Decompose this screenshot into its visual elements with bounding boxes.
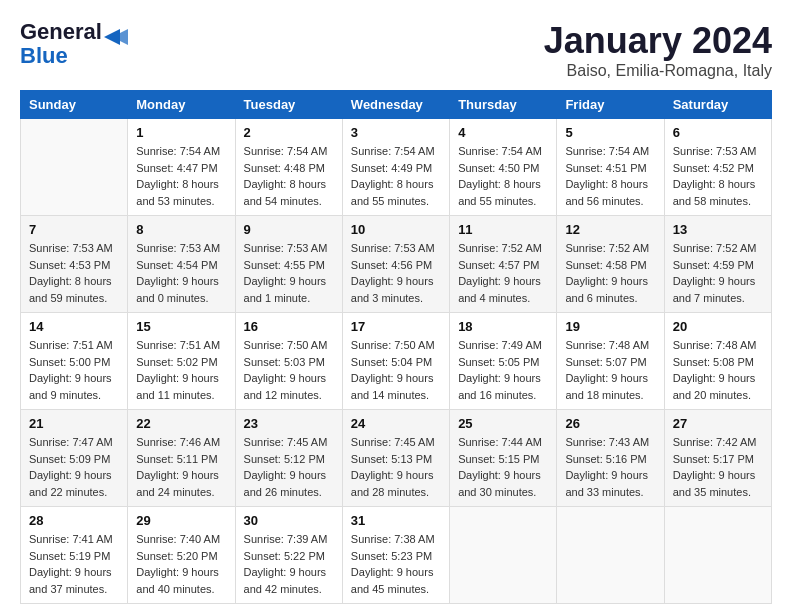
day-cell: 2Sunrise: 7:54 AMSunset: 4:48 PMDaylight… bbox=[235, 119, 342, 216]
location-title: Baiso, Emilia-Romagna, Italy bbox=[544, 62, 772, 80]
day-number: 21 bbox=[29, 416, 119, 431]
col-header-wednesday: Wednesday bbox=[342, 91, 449, 119]
day-cell: 24Sunrise: 7:45 AMSunset: 5:13 PMDayligh… bbox=[342, 410, 449, 507]
day-detail: Sunrise: 7:51 AMSunset: 5:00 PMDaylight:… bbox=[29, 337, 119, 403]
day-cell: 14Sunrise: 7:51 AMSunset: 5:00 PMDayligh… bbox=[21, 313, 128, 410]
day-cell: 18Sunrise: 7:49 AMSunset: 5:05 PMDayligh… bbox=[450, 313, 557, 410]
day-number: 7 bbox=[29, 222, 119, 237]
day-cell: 26Sunrise: 7:43 AMSunset: 5:16 PMDayligh… bbox=[557, 410, 664, 507]
week-row-1: 1Sunrise: 7:54 AMSunset: 4:47 PMDaylight… bbox=[21, 119, 772, 216]
day-cell: 20Sunrise: 7:48 AMSunset: 5:08 PMDayligh… bbox=[664, 313, 771, 410]
week-row-4: 21Sunrise: 7:47 AMSunset: 5:09 PMDayligh… bbox=[21, 410, 772, 507]
day-detail: Sunrise: 7:53 AMSunset: 4:55 PMDaylight:… bbox=[244, 240, 334, 306]
day-cell bbox=[450, 507, 557, 604]
day-cell: 25Sunrise: 7:44 AMSunset: 5:15 PMDayligh… bbox=[450, 410, 557, 507]
day-number: 30 bbox=[244, 513, 334, 528]
day-detail: Sunrise: 7:49 AMSunset: 5:05 PMDaylight:… bbox=[458, 337, 548, 403]
day-detail: Sunrise: 7:38 AMSunset: 5:23 PMDaylight:… bbox=[351, 531, 441, 597]
day-detail: Sunrise: 7:53 AMSunset: 4:54 PMDaylight:… bbox=[136, 240, 226, 306]
day-cell: 21Sunrise: 7:47 AMSunset: 5:09 PMDayligh… bbox=[21, 410, 128, 507]
day-cell bbox=[664, 507, 771, 604]
day-number: 3 bbox=[351, 125, 441, 140]
calendar-table: SundayMondayTuesdayWednesdayThursdayFrid… bbox=[20, 90, 772, 604]
day-cell: 6Sunrise: 7:53 AMSunset: 4:52 PMDaylight… bbox=[664, 119, 771, 216]
day-cell: 5Sunrise: 7:54 AMSunset: 4:51 PMDaylight… bbox=[557, 119, 664, 216]
day-number: 15 bbox=[136, 319, 226, 334]
day-number: 29 bbox=[136, 513, 226, 528]
day-detail: Sunrise: 7:54 AMSunset: 4:48 PMDaylight:… bbox=[244, 143, 334, 209]
logo-text: General bbox=[20, 20, 126, 44]
day-cell: 30Sunrise: 7:39 AMSunset: 5:22 PMDayligh… bbox=[235, 507, 342, 604]
day-number: 19 bbox=[565, 319, 655, 334]
day-detail: Sunrise: 7:43 AMSunset: 5:16 PMDaylight:… bbox=[565, 434, 655, 500]
day-detail: Sunrise: 7:53 AMSunset: 4:56 PMDaylight:… bbox=[351, 240, 441, 306]
day-detail: Sunrise: 7:53 AMSunset: 4:52 PMDaylight:… bbox=[673, 143, 763, 209]
day-number: 18 bbox=[458, 319, 548, 334]
day-number: 5 bbox=[565, 125, 655, 140]
day-number: 28 bbox=[29, 513, 119, 528]
day-number: 14 bbox=[29, 319, 119, 334]
day-cell: 3Sunrise: 7:54 AMSunset: 4:49 PMDaylight… bbox=[342, 119, 449, 216]
logo-blue: Blue bbox=[20, 44, 126, 68]
day-detail: Sunrise: 7:44 AMSunset: 5:15 PMDaylight:… bbox=[458, 434, 548, 500]
day-number: 27 bbox=[673, 416, 763, 431]
day-number: 11 bbox=[458, 222, 548, 237]
day-number: 8 bbox=[136, 222, 226, 237]
day-cell: 15Sunrise: 7:51 AMSunset: 5:02 PMDayligh… bbox=[128, 313, 235, 410]
day-cell: 13Sunrise: 7:52 AMSunset: 4:59 PMDayligh… bbox=[664, 216, 771, 313]
day-number: 10 bbox=[351, 222, 441, 237]
day-cell: 11Sunrise: 7:52 AMSunset: 4:57 PMDayligh… bbox=[450, 216, 557, 313]
day-cell: 16Sunrise: 7:50 AMSunset: 5:03 PMDayligh… bbox=[235, 313, 342, 410]
day-number: 24 bbox=[351, 416, 441, 431]
day-number: 13 bbox=[673, 222, 763, 237]
day-number: 26 bbox=[565, 416, 655, 431]
day-detail: Sunrise: 7:45 AMSunset: 5:12 PMDaylight:… bbox=[244, 434, 334, 500]
day-detail: Sunrise: 7:42 AMSunset: 5:17 PMDaylight:… bbox=[673, 434, 763, 500]
day-cell: 31Sunrise: 7:38 AMSunset: 5:23 PMDayligh… bbox=[342, 507, 449, 604]
day-number: 12 bbox=[565, 222, 655, 237]
col-header-monday: Monday bbox=[128, 91, 235, 119]
day-cell bbox=[557, 507, 664, 604]
day-detail: Sunrise: 7:54 AMSunset: 4:47 PMDaylight:… bbox=[136, 143, 226, 209]
day-number: 17 bbox=[351, 319, 441, 334]
day-detail: Sunrise: 7:45 AMSunset: 5:13 PMDaylight:… bbox=[351, 434, 441, 500]
day-detail: Sunrise: 7:52 AMSunset: 4:58 PMDaylight:… bbox=[565, 240, 655, 306]
col-header-thursday: Thursday bbox=[450, 91, 557, 119]
col-header-tuesday: Tuesday bbox=[235, 91, 342, 119]
day-detail: Sunrise: 7:52 AMSunset: 4:57 PMDaylight:… bbox=[458, 240, 548, 306]
day-cell: 23Sunrise: 7:45 AMSunset: 5:12 PMDayligh… bbox=[235, 410, 342, 507]
day-cell: 7Sunrise: 7:53 AMSunset: 4:53 PMDaylight… bbox=[21, 216, 128, 313]
month-title: January 2024 bbox=[544, 20, 772, 62]
day-cell: 19Sunrise: 7:48 AMSunset: 5:07 PMDayligh… bbox=[557, 313, 664, 410]
day-number: 23 bbox=[244, 416, 334, 431]
day-detail: Sunrise: 7:39 AMSunset: 5:22 PMDaylight:… bbox=[244, 531, 334, 597]
day-number: 25 bbox=[458, 416, 548, 431]
week-row-3: 14Sunrise: 7:51 AMSunset: 5:00 PMDayligh… bbox=[21, 313, 772, 410]
day-detail: Sunrise: 7:52 AMSunset: 4:59 PMDaylight:… bbox=[673, 240, 763, 306]
day-cell: 1Sunrise: 7:54 AMSunset: 4:47 PMDaylight… bbox=[128, 119, 235, 216]
day-detail: Sunrise: 7:54 AMSunset: 4:49 PMDaylight:… bbox=[351, 143, 441, 209]
week-row-5: 28Sunrise: 7:41 AMSunset: 5:19 PMDayligh… bbox=[21, 507, 772, 604]
week-row-2: 7Sunrise: 7:53 AMSunset: 4:53 PMDaylight… bbox=[21, 216, 772, 313]
day-cell: 8Sunrise: 7:53 AMSunset: 4:54 PMDaylight… bbox=[128, 216, 235, 313]
day-number: 4 bbox=[458, 125, 548, 140]
col-header-saturday: Saturday bbox=[664, 91, 771, 119]
day-cell: 10Sunrise: 7:53 AMSunset: 4:56 PMDayligh… bbox=[342, 216, 449, 313]
day-number: 20 bbox=[673, 319, 763, 334]
day-detail: Sunrise: 7:50 AMSunset: 5:04 PMDaylight:… bbox=[351, 337, 441, 403]
col-header-sunday: Sunday bbox=[21, 91, 128, 119]
day-cell: 9Sunrise: 7:53 AMSunset: 4:55 PMDaylight… bbox=[235, 216, 342, 313]
day-detail: Sunrise: 7:53 AMSunset: 4:53 PMDaylight:… bbox=[29, 240, 119, 306]
day-detail: Sunrise: 7:50 AMSunset: 5:03 PMDaylight:… bbox=[244, 337, 334, 403]
day-number: 1 bbox=[136, 125, 226, 140]
header: General Blue January 2024 Baiso, Emilia-… bbox=[20, 20, 772, 80]
day-detail: Sunrise: 7:54 AMSunset: 4:50 PMDaylight:… bbox=[458, 143, 548, 209]
day-number: 9 bbox=[244, 222, 334, 237]
day-number: 22 bbox=[136, 416, 226, 431]
day-cell: 22Sunrise: 7:46 AMSunset: 5:11 PMDayligh… bbox=[128, 410, 235, 507]
title-area: January 2024 Baiso, Emilia-Romagna, Ital… bbox=[544, 20, 772, 80]
logo-general: General bbox=[20, 19, 102, 44]
day-detail: Sunrise: 7:48 AMSunset: 5:08 PMDaylight:… bbox=[673, 337, 763, 403]
day-detail: Sunrise: 7:51 AMSunset: 5:02 PMDaylight:… bbox=[136, 337, 226, 403]
day-cell: 17Sunrise: 7:50 AMSunset: 5:04 PMDayligh… bbox=[342, 313, 449, 410]
